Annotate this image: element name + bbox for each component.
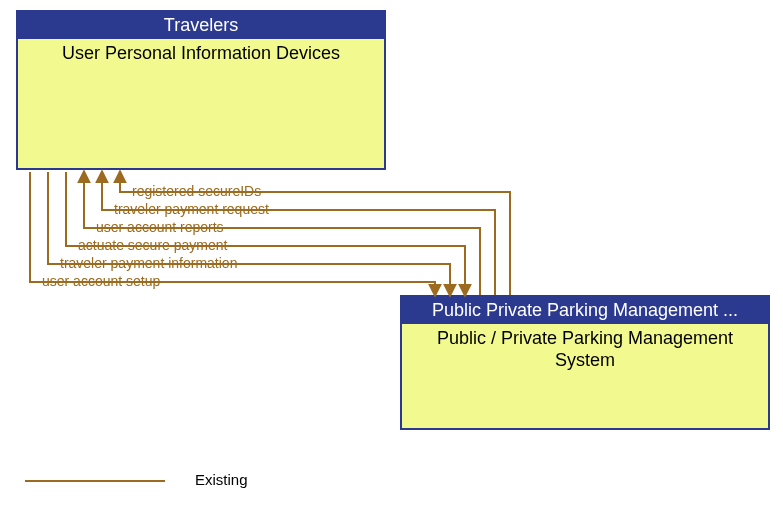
flow-label-traveler-payment-request: traveler payment request <box>114 201 269 217</box>
flow-label-user-account-reports: user account reports <box>96 219 224 235</box>
flow-label-user-account-setup: user account setup <box>42 273 160 289</box>
legend-existing-label: Existing <box>195 471 248 488</box>
entity-parking-management-body: Public / Private Parking Management Syst… <box>402 324 768 428</box>
flow-label-traveler-payment-information: traveler payment information <box>60 255 237 271</box>
entity-parking-management: Public Private Parking Management ... Pu… <box>400 295 770 430</box>
legend-existing-line <box>25 480 165 482</box>
entity-travelers: Travelers User Personal Information Devi… <box>16 10 386 170</box>
entity-travelers-header: Travelers <box>18 12 384 39</box>
entity-travelers-body: User Personal Information Devices <box>18 39 384 168</box>
entity-parking-management-header: Public Private Parking Management ... <box>402 297 768 324</box>
flow-label-registered-secureids: registered secureIDs <box>132 183 261 199</box>
flow-label-actuate-secure-payment: actuate secure payment <box>78 237 227 253</box>
